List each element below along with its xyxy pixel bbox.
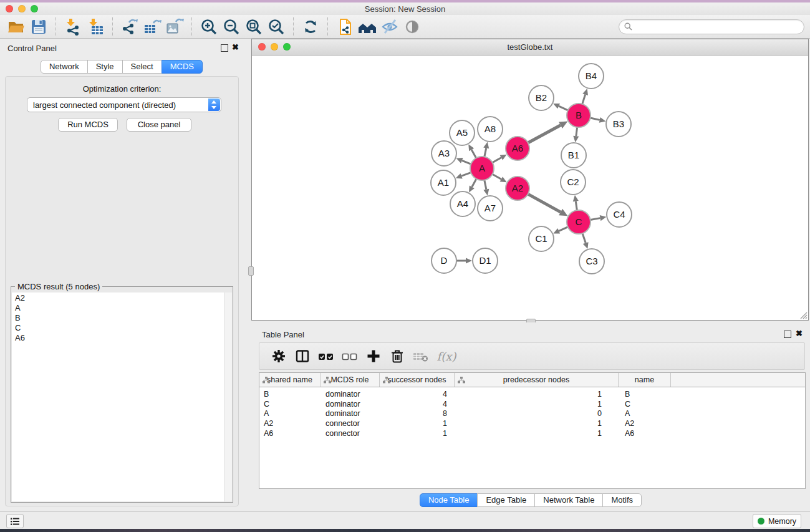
network-node-D[interactable]: D bbox=[432, 248, 456, 273]
table-settings-button[interactable] bbox=[267, 346, 291, 367]
network-node-A6[interactable]: A6 bbox=[506, 137, 529, 160]
tab-select[interactable]: Select bbox=[122, 60, 162, 74]
network-edge-A-A4[interactable] bbox=[469, 179, 476, 193]
memory-button[interactable]: Memory bbox=[753, 514, 801, 528]
table-cell[interactable]: 1 bbox=[455, 390, 619, 399]
tab-node-table[interactable]: Node Table bbox=[420, 493, 478, 507]
column-header-name[interactable]: name bbox=[619, 373, 671, 387]
table-cell[interactable]: B bbox=[619, 390, 671, 399]
table-row[interactable]: Adominator80A bbox=[259, 409, 805, 418]
zoom-selected-button[interactable] bbox=[265, 16, 287, 37]
node-table[interactable]: shared nameMCDS rolesuccessor nodesprede… bbox=[259, 372, 806, 489]
table-cell[interactable]: 4 bbox=[380, 400, 455, 409]
show-graphics-button[interactable] bbox=[401, 16, 423, 37]
table-cell[interactable]: 1 bbox=[455, 429, 619, 438]
network-node-C3[interactable]: C3 bbox=[579, 249, 604, 274]
zoom-in-button[interactable] bbox=[198, 16, 220, 37]
network-node-C1[interactable]: C1 bbox=[529, 226, 554, 251]
network-edge-C-C3[interactable] bbox=[582, 233, 589, 249]
network-node-C2[interactable]: C2 bbox=[561, 170, 586, 195]
table-cell[interactable]: dominator bbox=[321, 409, 380, 418]
deselect-all-button[interactable] bbox=[338, 346, 362, 367]
list-item[interactable]: A bbox=[12, 302, 232, 312]
vertical-split-handle[interactable] bbox=[248, 266, 254, 276]
column-header-MCDS-role[interactable]: MCDS role bbox=[321, 373, 380, 387]
network-edge-B-B3[interactable] bbox=[591, 117, 606, 123]
tab-edge-table[interactable]: Edge Table bbox=[477, 493, 535, 507]
clone-network-button[interactable] bbox=[334, 16, 356, 37]
network-node-A7[interactable]: A7 bbox=[478, 196, 503, 221]
float-panel-button[interactable] bbox=[221, 44, 228, 52]
table-cell[interactable]: C bbox=[619, 400, 671, 409]
network-edge-A-A7[interactable] bbox=[483, 180, 489, 196]
tab-network[interactable]: Network bbox=[41, 60, 88, 74]
network-node-A8[interactable]: A8 bbox=[478, 117, 503, 142]
add-column-button[interactable] bbox=[362, 346, 385, 367]
network-node-B2[interactable]: B2 bbox=[529, 85, 554, 110]
run-mcds-button[interactable]: Run MCDS bbox=[58, 118, 118, 132]
column-header-shared-name[interactable]: shared name bbox=[259, 373, 321, 387]
table-cell[interactable]: dominator bbox=[321, 400, 380, 409]
table-cell[interactable]: A6 bbox=[259, 429, 321, 438]
table-row[interactable]: Cdominator41C bbox=[259, 399, 805, 409]
search-field[interactable] bbox=[619, 19, 804, 34]
network-node-C4[interactable]: C4 bbox=[607, 202, 632, 227]
network-node-A1[interactable]: A1 bbox=[431, 170, 456, 195]
table-cell[interactable]: connector bbox=[321, 419, 380, 428]
network-edge-A-A3[interactable] bbox=[456, 158, 471, 164]
close-table-panel-button[interactable]: ✖ bbox=[796, 329, 803, 339]
table-row[interactable]: A2connector11A2 bbox=[259, 418, 805, 428]
network-node-A5[interactable]: A5 bbox=[450, 120, 475, 145]
network-node-A3[interactable]: A3 bbox=[432, 141, 456, 166]
import-table-button[interactable] bbox=[84, 16, 107, 37]
criterion-select[interactable]: largest connected component (directed) bbox=[27, 97, 221, 112]
table-cell[interactable]: 8 bbox=[380, 409, 455, 418]
network-edge-B-B2[interactable] bbox=[553, 104, 568, 110]
table-cell[interactable]: 1 bbox=[455, 419, 619, 428]
network-canvas[interactable]: B4B2BB3A8A5A6A3B1AC2A1A2A4A7C4CC1C3DD1 bbox=[252, 55, 808, 320]
tab-mcds[interactable]: MCDS bbox=[162, 60, 203, 74]
table-cell[interactable]: 0 bbox=[455, 409, 619, 418]
network-node-C[interactable]: C bbox=[567, 210, 591, 234]
table-cell[interactable]: B bbox=[259, 390, 321, 399]
network-edge-A-A2[interactable] bbox=[493, 174, 507, 182]
mcds-result-list[interactable]: A2ABCA6 bbox=[12, 293, 232, 501]
table-cell[interactable]: 1 bbox=[380, 429, 455, 438]
network-node-B4[interactable]: B4 bbox=[579, 64, 604, 89]
save-session-button[interactable] bbox=[27, 16, 50, 37]
network-edge-B-B4[interactable] bbox=[582, 89, 588, 104]
network-edge-A-A5[interactable] bbox=[468, 144, 476, 158]
column-header-successor-nodes[interactable]: successor nodes bbox=[380, 373, 455, 387]
network-edge-A-A6[interactable] bbox=[493, 155, 507, 163]
network-edge-A6-B[interactable] bbox=[528, 122, 568, 143]
table-cell[interactable]: 1 bbox=[380, 419, 455, 428]
table-cell[interactable]: C bbox=[259, 400, 321, 409]
table-cell[interactable]: A2 bbox=[619, 419, 671, 428]
tab-style[interactable]: Style bbox=[87, 60, 123, 74]
task-history-button[interactable] bbox=[6, 514, 24, 528]
network-node-A[interactable]: A bbox=[470, 157, 494, 180]
network-node-B3[interactable]: B3 bbox=[606, 112, 631, 137]
close-panel-button[interactable]: ✖ bbox=[232, 42, 239, 52]
list-item[interactable]: A6 bbox=[12, 332, 232, 342]
function-builder-button[interactable]: f(x) bbox=[433, 346, 456, 367]
network-edge-C-C4[interactable] bbox=[591, 215, 607, 221]
tab-network-table[interactable]: Network Table bbox=[534, 493, 603, 507]
refresh-button[interactable] bbox=[299, 16, 322, 37]
table-row[interactable]: Bdominator41B bbox=[259, 389, 805, 399]
network-edge-D-D1[interactable] bbox=[456, 258, 472, 263]
tab-motifs[interactable]: Motifs bbox=[602, 493, 642, 507]
network-edge-C-C2[interactable] bbox=[573, 195, 579, 210]
network-edge-A2-C[interactable] bbox=[528, 194, 568, 216]
home-button[interactable] bbox=[356, 16, 378, 37]
network-edge-C-C1[interactable] bbox=[553, 227, 568, 234]
list-item[interactable]: C bbox=[12, 322, 232, 332]
zoom-out-button[interactable] bbox=[220, 16, 243, 37]
close-panel-button-mcds[interactable]: Close panel bbox=[127, 118, 191, 132]
list-item[interactable]: A2 bbox=[12, 293, 232, 302]
network-node-D1[interactable]: D1 bbox=[473, 248, 498, 273]
zoom-fit-button[interactable] bbox=[243, 16, 265, 37]
table-cell[interactable]: connector bbox=[321, 429, 380, 438]
network-edge-A-A1[interactable] bbox=[456, 173, 471, 179]
select-all-button[interactable] bbox=[314, 346, 338, 367]
